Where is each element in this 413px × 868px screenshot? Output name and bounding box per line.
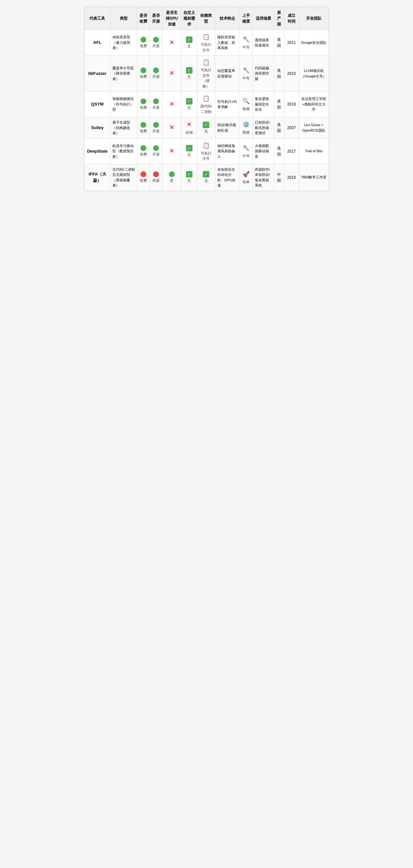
cell-scene: 通用场景快速测试 bbox=[253, 30, 274, 56]
green-dot-icon bbox=[169, 171, 175, 177]
cell-team: Google安全团队 bbox=[299, 30, 329, 56]
cell-fee: 免费 bbox=[137, 117, 150, 139]
header-type: 类型 bbox=[111, 7, 137, 30]
green-dot-icon bbox=[153, 67, 159, 73]
header-dep: 依赖类型 bbox=[197, 7, 215, 30]
green-check-icon: ✓ bbox=[186, 67, 193, 73]
green-dot-icon bbox=[153, 122, 159, 128]
cell-year: 2007 bbox=[284, 117, 299, 139]
cell-dep: 📋可执行文件（插桩） bbox=[197, 56, 215, 92]
cell-fee: 免费 bbox=[137, 56, 150, 92]
table-row: DeepState 机器学习驱动型（数据预言家） 免费 开源 ✕ ✓无 📋可执行… bbox=[84, 138, 329, 164]
cell-year: 2016 bbox=[284, 164, 299, 191]
table-row: Sulley 基于生成型（结构建造者） 免费 开源 ✕ ✕必须 ✓无 协议/格式… bbox=[84, 117, 329, 139]
cell-tech: 未知协议全自动化分析、GPU加速 bbox=[215, 164, 239, 191]
cell-scene: 代码级漏洞深度挖掘 bbox=[253, 56, 274, 92]
green-check-icon: ✓ bbox=[186, 145, 193, 151]
green-check-icon: ✓ bbox=[203, 171, 209, 178]
cell-scene: 闭源软件/未知协议/复杂黑箱系统 bbox=[253, 164, 274, 191]
green-check-icon: ✓ bbox=[186, 98, 193, 104]
cell-year: 2017 bbox=[284, 138, 299, 164]
cell-fee: 免费 bbox=[137, 92, 150, 117]
cell-tool-name: AFL bbox=[84, 30, 111, 56]
cell-team: Trail of Bits bbox=[299, 138, 329, 164]
cell-tool-name: QSYM bbox=[84, 92, 111, 117]
comparison-table: 代表工具 类型 是否收费 是否开源 是否支持GPU加速 自定义规则需求 依赖类型… bbox=[84, 7, 329, 191]
red-x-icon: ✕ bbox=[187, 120, 191, 129]
header-team: 开发团队 bbox=[299, 7, 329, 30]
gear-icon: ⚙️ bbox=[242, 120, 249, 129]
table-row: AFL 传统变异型（暴力破局者） 免费 开源 ✕ ✓无 📋可执行文件 随机变异输… bbox=[84, 30, 329, 56]
header-scene: 适用场景 bbox=[253, 7, 274, 30]
header-tech: 技术特点 bbox=[215, 7, 239, 30]
cell-difficulty: ⚙️困难 bbox=[239, 117, 253, 139]
cell-country: 美国 bbox=[274, 138, 284, 164]
cell-open: 开源 bbox=[150, 56, 163, 92]
rocket-icon: 🚀 bbox=[242, 170, 249, 179]
cell-type: 智能模糊测试（符号执行）型 bbox=[111, 92, 137, 117]
cell-difficulty: 🔧中等 bbox=[239, 56, 253, 92]
cell-difficulty: 🔧中等 bbox=[239, 138, 253, 164]
cell-gpu: ✕ bbox=[163, 117, 181, 139]
header-open: 是否开源 bbox=[150, 7, 163, 30]
red-x-icon: ✕ bbox=[169, 148, 174, 154]
file-icon: 📋 bbox=[203, 58, 210, 67]
header-fee: 是否收费 bbox=[137, 7, 150, 30]
cell-tech: 动态覆盖率反馈驱动 bbox=[215, 56, 239, 92]
cell-tool-name: libFuzzer bbox=[84, 56, 111, 92]
cell-custom: ✓无 bbox=[181, 30, 197, 56]
green-dot-icon bbox=[153, 98, 159, 104]
cell-gpu: ✕ bbox=[163, 56, 181, 92]
cell-difficulty: 🔍较难 bbox=[239, 92, 253, 117]
cell-team: 佐治亚理工学院+俄勒冈州立大学 bbox=[299, 92, 329, 117]
file-icon: 📋 bbox=[203, 141, 210, 150]
cell-dep: 📋可执行文件 bbox=[197, 138, 215, 164]
header-year: 成立时间 bbox=[284, 7, 299, 30]
green-check-icon: ✓ bbox=[203, 122, 209, 128]
cell-type: 机器学习驱动型（数据预言家） bbox=[111, 138, 137, 164]
wrench-icon: 🔧 bbox=[242, 66, 249, 75]
cell-custom: ✓无 bbox=[181, 92, 197, 117]
red-x-icon: ✕ bbox=[169, 39, 174, 46]
green-dot-icon bbox=[153, 145, 159, 151]
cell-type: 无代码/二进制且无规则型（黑箱颠覆者） bbox=[111, 164, 137, 191]
green-dot-icon bbox=[141, 98, 146, 104]
green-check-icon: ✓ bbox=[186, 36, 193, 43]
cell-year: 2018 bbox=[284, 92, 299, 117]
cell-tech: 随机变异输入数据，简单高效 bbox=[215, 30, 239, 56]
cell-dep: 📋源代码/二进制 bbox=[197, 92, 215, 117]
green-dot-icon bbox=[141, 37, 146, 42]
table-row: IFFA（大蒜） 无代码/二进制且无规则型（黑箱颠覆者） 收费 闭源 是 ✓无 … bbox=[84, 164, 329, 191]
cell-gpu: 是 bbox=[163, 164, 181, 191]
cell-type: 覆盖率引导型（路径探索者） bbox=[111, 56, 137, 92]
cell-country: 美国 bbox=[274, 117, 284, 139]
cell-tech: 神经网络预测高风险输入 bbox=[215, 138, 239, 164]
header-country: 原产国 bbox=[274, 7, 284, 30]
cell-dep: ✓无 bbox=[197, 117, 215, 139]
green-dot-icon bbox=[153, 37, 159, 42]
cell-difficulty: 🔧中等 bbox=[239, 30, 253, 56]
cell-country: 美国 bbox=[274, 56, 284, 92]
table-row: QSYM 智能模糊测试（符号执行）型 免费 开源 ✕ ✓无 📋源代码/二进制 符… bbox=[84, 92, 329, 117]
cell-custom: ✓无 bbox=[181, 56, 197, 92]
cell-fee: 免费 bbox=[137, 138, 150, 164]
main-table-wrapper: 代表工具 类型 是否收费 是否开源 是否支持GPU加速 自定义规则需求 依赖类型… bbox=[84, 6, 329, 191]
magnify-icon: 🔍 bbox=[242, 97, 249, 105]
cell-custom: ✕必须 bbox=[181, 117, 197, 139]
file-icon: 📋 bbox=[203, 94, 210, 103]
red-dot-icon bbox=[153, 171, 159, 177]
cell-year: 2011 bbox=[284, 30, 299, 56]
cell-dep: ✓无 bbox=[197, 164, 215, 191]
cell-gpu: ✕ bbox=[163, 138, 181, 164]
cell-fee: 免费 bbox=[137, 30, 150, 56]
cell-team: Lev Gross + OpenRCE团队 bbox=[299, 117, 329, 139]
cell-open: 开源 bbox=[150, 138, 163, 164]
red-x-icon: ✕ bbox=[169, 124, 174, 131]
red-dot-icon bbox=[141, 171, 146, 177]
cell-gpu: ✕ bbox=[163, 30, 181, 56]
cell-team: 7884数学工作室 bbox=[299, 164, 329, 191]
header-difficulty: 上手难度 bbox=[239, 7, 253, 30]
cell-fee: 收费 bbox=[137, 164, 150, 191]
green-dot-icon bbox=[141, 122, 146, 128]
cell-country: 美国 bbox=[274, 30, 284, 56]
